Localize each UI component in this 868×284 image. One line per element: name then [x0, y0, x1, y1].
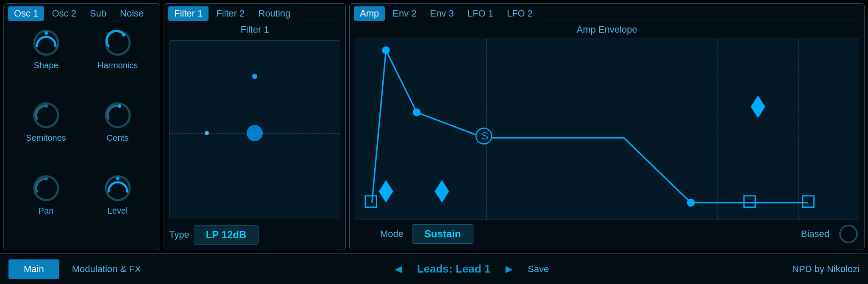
osc-controls-grid: Shape Harmonics [4, 21, 160, 250]
svg-rect-12 [365, 196, 376, 207]
amp-panel: Amp Env 2 Env 3 LFO 1 LFO 2 Amp Envelope [349, 3, 865, 250]
svg-point-1 [45, 31, 48, 35]
filter-content: Filter 1 Type LP 12dB [164, 21, 345, 250]
svg-marker-20 [378, 180, 393, 203]
main-button[interactable]: Main [8, 259, 59, 279]
filter-tab-divider [298, 20, 341, 21]
amp-content: Amp Envelope [350, 21, 864, 250]
amp-tab-lfo2[interactable]: LFO 2 [501, 6, 539, 21]
osc-tab-divider [151, 20, 156, 21]
amp-tab-env3[interactable]: Env 3 [424, 6, 460, 21]
svg-point-15 [382, 46, 389, 54]
amp-tab-bar: Amp Env 2 Env 3 LFO 1 LFO 2 [350, 4, 864, 21]
filter-tab-1[interactable]: Filter 1 [168, 6, 209, 21]
amp-display[interactable]: S [355, 39, 859, 220]
filter-type-button[interactable]: LP 12dB [194, 225, 259, 245]
filter-title: Filter 1 [169, 24, 340, 35]
svg-point-17 [687, 199, 695, 207]
amp-tab-lfo1[interactable]: LFO 1 [462, 6, 499, 21]
svg-point-23 [840, 226, 857, 242]
pan-label: Pan [39, 206, 54, 216]
main-area: Osc 1 Osc 2 Sub Noise Shape [0, 0, 868, 253]
amp-tab-env2[interactable]: Env 2 [387, 6, 422, 21]
svg-point-7 [118, 104, 121, 108]
amp-mode-label: Mode [380, 228, 403, 239]
level-group: Level [84, 173, 151, 241]
osc-panel: Osc 1 Osc 2 Sub Noise Shape [3, 3, 160, 250]
osc-tab-1[interactable]: Osc 1 [8, 6, 44, 21]
filter-footer: Type LP 12dB [169, 225, 340, 245]
filter-dot-main[interactable] [247, 125, 263, 141]
semitones-label: Semitones [26, 133, 66, 143]
amp-footer: Mode Sustain Biased [355, 223, 859, 245]
osc-tab-sub[interactable]: Sub [84, 6, 112, 21]
shape-knob[interactable] [31, 28, 61, 58]
svg-text:S: S [481, 130, 488, 142]
svg-marker-21 [434, 180, 449, 203]
semitones-group: Semitones [12, 100, 80, 168]
amp-envelope-svg: S [355, 39, 859, 220]
preset-name: Leads: Lead 1 [417, 262, 490, 276]
osc-tab-noise[interactable]: Noise [114, 6, 150, 21]
svg-point-6 [106, 103, 130, 127]
osc-tab-bar: Osc 1 Osc 2 Sub Noise [4, 4, 160, 21]
pan-knob[interactable] [31, 173, 61, 203]
amp-biased-knob[interactable] [838, 223, 859, 245]
cents-group: Cents [84, 100, 151, 168]
amp-title: Amp Envelope [355, 24, 859, 35]
shape-label: Shape [34, 61, 58, 70]
filter-tab-routing[interactable]: Routing [253, 6, 297, 21]
amp-mode-button[interactable]: Sustain [412, 224, 473, 244]
semitones-knob[interactable] [31, 100, 61, 131]
credit-text: NPD by Nikolozi [792, 264, 860, 275]
filter-panel: Filter 1 Filter 2 Routing Filter 1 Type [164, 3, 346, 250]
level-label: Level [108, 206, 128, 216]
filter-tab-2[interactable]: Filter 2 [210, 6, 250, 21]
pan-group: Pan [12, 173, 80, 241]
filter-dot-top [252, 74, 257, 79]
harmonics-group: Harmonics [84, 28, 151, 96]
modulation-fx-button[interactable]: Modulation & FX [64, 259, 150, 279]
bottom-bar: Main Modulation & FX ◄ Leads: Lead 1 ► S… [0, 253, 868, 284]
filter-display[interactable] [169, 40, 340, 219]
next-preset-button[interactable]: ► [503, 262, 515, 276]
svg-point-5 [45, 104, 48, 108]
amp-tab-divider [540, 20, 860, 21]
svg-point-11 [116, 177, 120, 180]
shape-group: Shape [12, 28, 80, 96]
filter-tab-bar: Filter 1 Filter 2 Routing [164, 4, 345, 21]
harmonics-label: Harmonics [97, 61, 138, 70]
filter-type-label: Type [169, 229, 189, 240]
cents-label: Cents [106, 133, 128, 143]
harmonics-knob[interactable] [103, 28, 133, 58]
svg-rect-13 [744, 196, 755, 207]
svg-point-16 [413, 109, 420, 117]
svg-point-9 [45, 177, 48, 181]
amp-biased-label: Biased [801, 228, 829, 239]
save-button[interactable]: Save [528, 264, 549, 275]
prev-preset-button[interactable]: ◄ [392, 262, 404, 276]
svg-rect-14 [803, 196, 814, 207]
svg-point-3 [122, 33, 125, 36]
level-knob[interactable] [103, 173, 133, 203]
cents-knob[interactable] [103, 100, 133, 131]
bottom-center: ◄ Leads: Lead 1 ► Save [149, 262, 792, 276]
amp-tab-amp[interactable]: Amp [354, 6, 385, 21]
filter-dot-left [205, 131, 209, 135]
osc-tab-2[interactable]: Osc 2 [46, 6, 82, 21]
svg-marker-22 [751, 95, 765, 118]
